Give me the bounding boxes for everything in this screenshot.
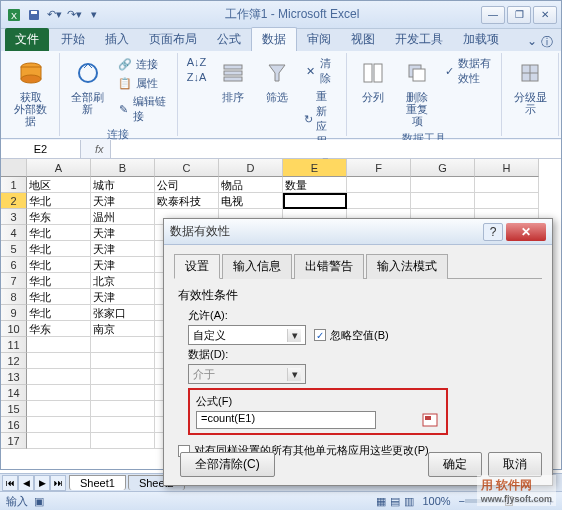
dlg-tab-ime[interactable]: 输入法模式: [366, 254, 448, 279]
undo-icon[interactable]: ↶▾: [45, 6, 63, 24]
close-button[interactable]: ✕: [533, 6, 557, 24]
formula-input[interactable]: =count(E1): [196, 411, 376, 429]
first-sheet-button[interactable]: ⏮: [2, 475, 18, 491]
row-header[interactable]: 16: [1, 417, 27, 433]
dialog-help-button[interactable]: ?: [483, 223, 503, 241]
cell[interactable]: [27, 353, 91, 369]
text-to-columns-button[interactable]: 分列: [353, 55, 393, 105]
row-header[interactable]: 11: [1, 337, 27, 353]
tab-addins[interactable]: 加载项: [453, 28, 509, 51]
cell[interactable]: [91, 417, 155, 433]
cell[interactable]: 华东: [27, 321, 91, 337]
column-header[interactable]: D: [219, 159, 283, 177]
cell[interactable]: [91, 385, 155, 401]
clear-all-button[interactable]: 全部清除(C): [180, 452, 275, 477]
maximize-button[interactable]: ❐: [507, 6, 531, 24]
row-header[interactable]: 10: [1, 321, 27, 337]
help-icon[interactable]: ⓘ: [541, 34, 553, 51]
cell[interactable]: 华北: [27, 305, 91, 321]
row-header[interactable]: 2: [1, 193, 27, 209]
row-header[interactable]: 3: [1, 209, 27, 225]
refresh-all-button[interactable]: 全部刷新: [66, 55, 110, 117]
dlg-tab-error[interactable]: 出错警告: [294, 254, 364, 279]
cell[interactable]: 数量: [283, 177, 347, 193]
cell[interactable]: 北京: [91, 273, 155, 289]
sheet-tab-1[interactable]: Sheet1: [69, 475, 126, 490]
cell[interactable]: 南京: [91, 321, 155, 337]
last-sheet-button[interactable]: ⏭: [50, 475, 66, 491]
cell[interactable]: 华北: [27, 273, 91, 289]
cell[interactable]: 华东: [27, 209, 91, 225]
cell[interactable]: [283, 193, 347, 209]
tab-data[interactable]: 数据: [251, 27, 297, 51]
prev-sheet-button[interactable]: ◀: [18, 475, 34, 491]
cell[interactable]: [411, 193, 475, 209]
cell[interactable]: 地区: [27, 177, 91, 193]
next-sheet-button[interactable]: ▶: [34, 475, 50, 491]
cell[interactable]: [475, 177, 539, 193]
cell[interactable]: [27, 369, 91, 385]
save-icon[interactable]: [25, 6, 43, 24]
cell[interactable]: 天津: [91, 257, 155, 273]
cell[interactable]: [91, 353, 155, 369]
remove-duplicates-button[interactable]: 删除 重复项: [397, 55, 437, 129]
ribbon-minimize-icon[interactable]: ⌄: [527, 34, 537, 51]
row-header[interactable]: 6: [1, 257, 27, 273]
row-header[interactable]: 5: [1, 241, 27, 257]
column-header[interactable]: A: [27, 159, 91, 177]
row-header[interactable]: 15: [1, 401, 27, 417]
allow-dropdown[interactable]: 自定义▾: [188, 325, 306, 345]
sort-button[interactable]: 排序: [213, 55, 253, 105]
cell[interactable]: 公司: [155, 177, 219, 193]
cell[interactable]: 华北: [27, 257, 91, 273]
row-header[interactable]: 1: [1, 177, 27, 193]
cell[interactable]: [411, 177, 475, 193]
outline-button[interactable]: 分级显示: [508, 55, 552, 117]
column-header[interactable]: C: [155, 159, 219, 177]
cell[interactable]: 天津: [91, 241, 155, 257]
cell[interactable]: [91, 369, 155, 385]
ok-button[interactable]: 确定: [428, 452, 482, 477]
qat-dropdown-icon[interactable]: ▾: [85, 6, 103, 24]
cell[interactable]: [347, 177, 411, 193]
cell[interactable]: 华北: [27, 225, 91, 241]
view-pagebreak-icon[interactable]: ▥: [404, 495, 414, 508]
tab-review[interactable]: 审阅: [297, 28, 341, 51]
zoom-level[interactable]: 100%: [422, 495, 450, 507]
row-header[interactable]: 9: [1, 305, 27, 321]
redo-icon[interactable]: ↷▾: [65, 6, 83, 24]
connections-button[interactable]: 🔗连接: [114, 55, 171, 73]
dlg-tab-settings[interactable]: 设置: [174, 254, 220, 279]
cancel-button[interactable]: 取消: [488, 452, 542, 477]
column-header[interactable]: G: [411, 159, 475, 177]
column-header[interactable]: H: [475, 159, 539, 177]
tab-insert[interactable]: 插入: [95, 28, 139, 51]
view-normal-icon[interactable]: ▦: [376, 495, 386, 508]
cell[interactable]: [27, 385, 91, 401]
cell[interactable]: [27, 401, 91, 417]
cell[interactable]: 张家口: [91, 305, 155, 321]
tab-formulas[interactable]: 公式: [207, 28, 251, 51]
row-header[interactable]: 14: [1, 385, 27, 401]
macro-icon[interactable]: ▣: [34, 495, 44, 508]
cell[interactable]: 华北: [27, 289, 91, 305]
fx-icon[interactable]: fx: [89, 143, 110, 155]
sort-asc-button[interactable]: A↓Z: [184, 55, 210, 69]
dialog-close-button[interactable]: ✕: [506, 223, 546, 241]
cell[interactable]: [347, 193, 411, 209]
name-box[interactable]: E2: [1, 140, 81, 158]
cell[interactable]: [27, 433, 91, 449]
tab-home[interactable]: 开始: [51, 28, 95, 51]
cell[interactable]: 城市: [91, 177, 155, 193]
clear-filter-button[interactable]: ✕清除: [301, 55, 340, 87]
row-header[interactable]: 8: [1, 289, 27, 305]
tab-pagelayout[interactable]: 页面布局: [139, 28, 207, 51]
cell[interactable]: 欧泰科技: [155, 193, 219, 209]
row-header[interactable]: 7: [1, 273, 27, 289]
tab-file[interactable]: 文件: [5, 28, 49, 51]
cell[interactable]: [475, 193, 539, 209]
dlg-tab-input[interactable]: 输入信息: [222, 254, 292, 279]
dialog-titlebar[interactable]: 数据有效性 ? ✕: [164, 219, 552, 245]
row-header[interactable]: 12: [1, 353, 27, 369]
formula-input[interactable]: [110, 140, 561, 158]
